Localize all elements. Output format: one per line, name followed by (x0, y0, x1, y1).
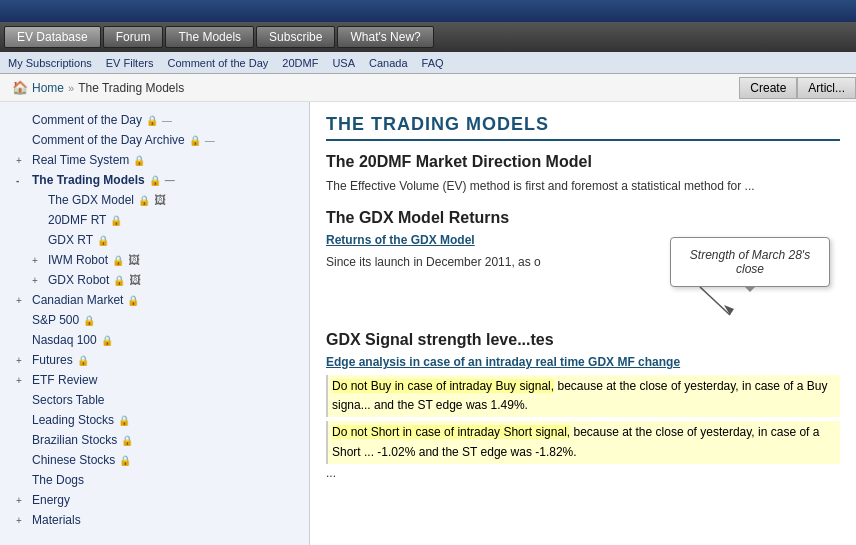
warning1-highlight: Do not Buy in case of intraday Buy signa… (332, 379, 554, 393)
sidebar-item-sp500[interactable]: S&P 500 🔒 (0, 310, 309, 330)
create-button[interactable]: Create (739, 77, 797, 99)
sidebar-label: Real Time System (32, 153, 129, 167)
lock-icon: 🔒 (133, 155, 145, 166)
gdx-signal-title-text: GDX Signal strength leve (326, 331, 517, 348)
img-icon: 🖼 (128, 253, 140, 267)
sidebar-label: Comment of the Day Archive (32, 133, 185, 147)
sidebar-label: IWM Robot (48, 253, 108, 267)
breadcrumb-bar: 🏠 Home » The Trading Models Create Artic… (0, 74, 856, 102)
signal-warning-1: Do not Buy in case of intraday Buy signa… (326, 375, 840, 417)
extra-icon: — (205, 135, 215, 146)
subnav-ev-filters[interactable]: EV Filters (106, 57, 154, 69)
nav-models[interactable]: The Models (165, 26, 254, 48)
lock-icon: 🔒 (138, 195, 150, 206)
sidebar-item-iwm-robot[interactable]: + IWM Robot 🔒 🖼 (0, 250, 309, 270)
sidebar-item-trading-models[interactable]: - The Trading Models 🔒 — (0, 170, 309, 190)
sidebar-item-brazilian-stocks[interactable]: Brazilian Stocks 🔒 (0, 430, 309, 450)
sidebar-label: Brazilian Stocks (32, 433, 117, 447)
lock-icon: 🔒 (146, 115, 158, 126)
lock-icon: 🔒 (189, 135, 201, 146)
sidebar-item-gdx-robot[interactable]: + GDX Robot 🔒 🖼 (0, 270, 309, 290)
sidebar-item-etf-review[interactable]: + ETF Review (0, 370, 309, 390)
breadcrumb-separator: » (68, 82, 74, 94)
toggle-icon: + (16, 355, 28, 366)
img-icon: 🖼 (154, 193, 166, 207)
sidebar-item-sectors-table[interactable]: Sectors Table (0, 390, 309, 410)
nav-ev-database[interactable]: EV Database (4, 26, 101, 48)
subnav-canada[interactable]: Canada (369, 57, 408, 69)
sidebar-label: The Dogs (32, 473, 84, 487)
sub-nav: My Subscriptions EV Filters Comment of t… (0, 52, 856, 74)
subnav-my-subscriptions[interactable]: My Subscriptions (8, 57, 92, 69)
sidebar-label: Chinese Stocks (32, 453, 115, 467)
lock-icon: 🔒 (101, 335, 113, 346)
nav-whats-new[interactable]: What's New? (337, 26, 433, 48)
svg-line-0 (700, 287, 730, 315)
toggle-icon: + (32, 275, 44, 286)
nav-bar: EV Database Forum The Models Subscribe W… (0, 22, 856, 52)
toggle-icon: - (16, 175, 28, 186)
callout-line2: close (736, 262, 764, 276)
callout-line1: Strength of March 28's (690, 248, 810, 262)
sidebar-label: GDX RT (48, 233, 93, 247)
subnav-usa[interactable]: USA (332, 57, 355, 69)
sidebar-item-canadian-market[interactable]: + Canadian Market 🔒 (0, 290, 309, 310)
sidebar-item-futures[interactable]: + Futures 🔒 (0, 350, 309, 370)
lock-icon: 🔒 (97, 235, 109, 246)
sidebar-item-chinese-stocks[interactable]: Chinese Stocks 🔒 (0, 450, 309, 470)
edge-analysis-label[interactable]: Edge analysis in case of an intraday rea… (326, 355, 840, 369)
gdx-text: Since its launch in December 2011, as o (326, 253, 654, 271)
sidebar-label: Futures (32, 353, 73, 367)
sidebar-label: Nasdaq 100 (32, 333, 97, 347)
lock-icon: 🔒 (113, 275, 125, 286)
subnav-20dmf[interactable]: 20DMF (282, 57, 318, 69)
toggle-icon: + (16, 295, 28, 306)
subnav-comment-of-the-day[interactable]: Comment of the Day (167, 57, 268, 69)
toggle-icon: + (16, 515, 28, 526)
toggle-icon: + (16, 495, 28, 506)
sidebar-item-nasdaq100[interactable]: Nasdaq 100 🔒 (0, 330, 309, 350)
home-icon: 🏠 (12, 80, 28, 95)
callout: Strength of March 28's close (670, 237, 830, 287)
nav-subscribe[interactable]: Subscribe (256, 26, 335, 48)
sidebar-label: Materials (32, 513, 81, 527)
sidebar-item-comment-of-the-day[interactable]: Comment of the Day 🔒 — (0, 110, 309, 130)
gdx-section-body: Returns of the GDX Model Since its launc… (326, 233, 840, 317)
page-title: THE TRADING MODELS (326, 114, 840, 141)
article-button[interactable]: Articl... (797, 77, 856, 99)
lock-icon: 🔒 (77, 355, 89, 366)
subnav-faq[interactable]: FAQ (422, 57, 444, 69)
sidebar-item-leading-stocks[interactable]: Leading Stocks 🔒 (0, 410, 309, 430)
sidebar-item-energy[interactable]: + Energy (0, 490, 309, 510)
lock-icon: 🔒 (110, 215, 122, 226)
sidebar-label: Canadian Market (32, 293, 123, 307)
warning2-highlight: Do not Short in case of intraday Short s… (332, 425, 570, 439)
img-icon: 🖼 (129, 273, 141, 287)
lock-icon: 🔒 (119, 455, 131, 466)
lock-icon: 🔒 (112, 255, 124, 266)
breadcrumb-home[interactable]: Home (32, 81, 64, 95)
sidebar: Comment of the Day 🔒 — Comment of the Da… (0, 102, 310, 545)
sidebar-label: The Trading Models (32, 173, 145, 187)
ellipsis-text: ... (326, 464, 840, 482)
gdx-subtitle-link[interactable]: Returns of the GDX Model (326, 233, 654, 247)
sidebar-label: ETF Review (32, 373, 97, 387)
sidebar-item-real-time[interactable]: + Real Time System 🔒 (0, 150, 309, 170)
sidebar-item-the-dogs[interactable]: The Dogs (0, 470, 309, 490)
sidebar-item-comment-archive[interactable]: Comment of the Day Archive 🔒 — (0, 130, 309, 150)
sidebar-label: 20DMF RT (48, 213, 106, 227)
extra-icon: — (165, 175, 175, 186)
content-area: THE TRADING MODELS The 20DMF Market Dire… (310, 102, 856, 545)
top-bar (0, 0, 856, 22)
lock-icon: 🔒 (83, 315, 95, 326)
sidebar-label: GDX Robot (48, 273, 109, 287)
breadcrumb-current: The Trading Models (78, 81, 184, 95)
nav-forum[interactable]: Forum (103, 26, 164, 48)
sidebar-item-gdx-rt[interactable]: GDX RT 🔒 (0, 230, 309, 250)
sidebar-item-materials[interactable]: + Materials (0, 510, 309, 530)
section-gdx-signal-title: GDX Signal strength leve...tes (326, 331, 840, 349)
sidebar-item-gdx-model[interactable]: The GDX Model 🔒 🖼 (0, 190, 309, 210)
sidebar-item-20dmf-rt[interactable]: 20DMF RT 🔒 (0, 210, 309, 230)
section-gdx-signal: GDX Signal strength leve...tes Edge anal… (326, 331, 840, 482)
callout-box: Strength of March 28's close (670, 237, 830, 317)
